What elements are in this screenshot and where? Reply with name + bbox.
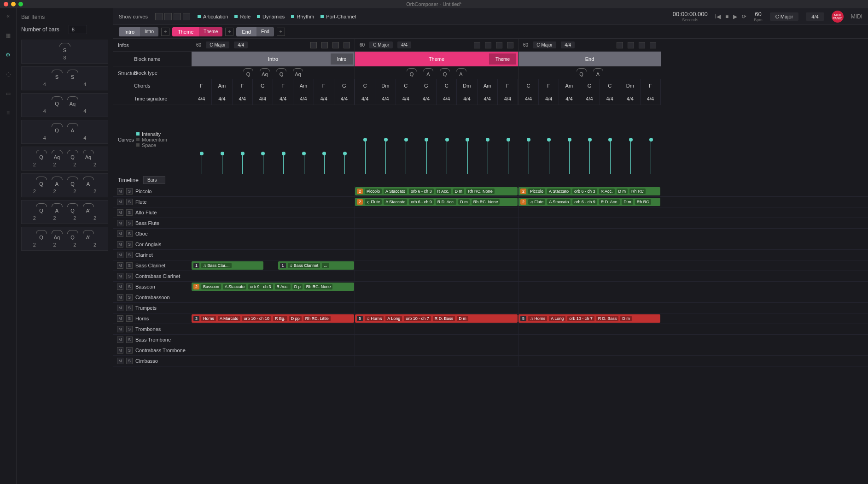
chord-cell[interactable]: C (600, 79, 620, 92)
rail-grid-icon[interactable]: ▦ (4, 31, 12, 40)
add-block-button[interactable]: + (225, 28, 233, 36)
timesig-cell[interactable]: 4/4 (518, 92, 539, 105)
timesig-cell[interactable]: 4/4 (539, 92, 559, 105)
mute-button[interactable]: M (117, 252, 123, 258)
clip[interactable]: 2PiccoloA Staccatoorb 6 - ch 3R Acc.D mR… (518, 187, 660, 195)
chord-cell[interactable]: F (539, 79, 559, 92)
rail-circle-icon[interactable]: ◌ (4, 70, 12, 78)
track-lane[interactable]: 2♫ FluteA Staccatoorb 6 - ch 9R D. Acc.D… (192, 197, 868, 207)
solo-button[interactable]: S (126, 199, 133, 205)
timesig-cell[interactable]: 4/4 (375, 92, 396, 105)
bar-template[interactable]: S8 (21, 40, 108, 64)
block-tool-icon[interactable] (474, 42, 480, 48)
chord-cell[interactable]: G (416, 79, 437, 92)
track-lane[interactable] (192, 271, 868, 281)
bar-template[interactable]: QAq44 (21, 93, 108, 117)
timesig-cell[interactable]: 4/4 (314, 92, 334, 105)
track-lane[interactable] (192, 303, 868, 313)
timeline-mode-select[interactable]: Bars (143, 176, 166, 184)
timesig-cell[interactable]: 4/4 (334, 92, 355, 105)
chord-cell[interactable]: G (579, 79, 600, 92)
block-tool-icon[interactable] (310, 42, 317, 48)
mute-button[interactable]: M (117, 305, 123, 311)
close-icon[interactable] (4, 2, 8, 6)
clip[interactable]: 1♫ Bass Clarinet... (278, 261, 355, 270)
play-icon[interactable]: ▶ (733, 13, 737, 20)
legend-role[interactable]: Role (234, 14, 250, 19)
bar-template[interactable]: QAqQAq2222 (21, 147, 108, 171)
timesig-cell[interactable]: 4/4 (498, 92, 518, 105)
chord-cell[interactable]: G (253, 79, 273, 92)
timesig-cell[interactable]: 4/4 (457, 92, 477, 105)
bar-template[interactable]: QAQA2222 (21, 173, 108, 197)
tool-icon-2[interactable] (164, 13, 172, 20)
mute-button[interactable]: M (117, 294, 123, 301)
clip[interactable]: 1♫ Bass Clar.... (192, 261, 263, 270)
clip[interactable]: 5♫ HornsA Longorb 10 - ch 7R D. BassD m (518, 314, 660, 323)
track-lane[interactable]: 3HornsA Marcatoorb 10 - ch 10R Bg.D ppRh… (192, 313, 868, 324)
timesig-cell[interactable]: 4/4 (293, 92, 314, 105)
mute-button[interactable]: M (117, 315, 123, 322)
mute-button[interactable]: M (117, 241, 123, 248)
mute-button[interactable]: M (117, 188, 123, 195)
mute-button[interactable]: M (117, 283, 123, 290)
bar-template[interactable]: SS44 (21, 66, 108, 90)
block-tool-icon[interactable] (639, 42, 645, 48)
solo-button[interactable]: S (126, 252, 133, 258)
track-lane[interactable] (192, 239, 868, 249)
rail-bars-icon[interactable]: ≡ (4, 109, 12, 117)
legend-port-channel[interactable]: Port-Channel (320, 14, 356, 19)
timesig-cell[interactable]: 4/4 (559, 92, 579, 105)
solo-button[interactable]: S (126, 283, 133, 290)
solo-button[interactable]: S (126, 230, 133, 237)
timesig-cell[interactable]: 4/4 (273, 92, 293, 105)
solo-button[interactable]: S (126, 262, 133, 269)
block-pill-theme[interactable]: ThemeTheme (172, 27, 222, 36)
numbars-input[interactable] (69, 25, 87, 34)
mute-button[interactable]: M (117, 262, 123, 269)
chord-cell[interactable]: F (498, 79, 518, 92)
mute-button[interactable]: M (117, 326, 123, 332)
block-tool-icon[interactable] (628, 42, 634, 48)
mute-button[interactable]: M (117, 358, 123, 364)
curve-intensity[interactable]: Intensity (136, 131, 192, 137)
timesig-cell[interactable]: 4/4 (212, 92, 232, 105)
mute-button[interactable]: M (117, 273, 123, 279)
key-select[interactable]: C Major (770, 12, 799, 21)
rail-collapse-icon[interactable]: « (4, 12, 12, 20)
curve-space[interactable]: Space (136, 142, 192, 148)
block-tool-icon[interactable] (321, 42, 328, 48)
timesig-cell[interactable]: 4/4 (192, 92, 212, 105)
mute-button[interactable]: M (117, 209, 123, 216)
chord-cell[interactable]: Am (293, 79, 314, 92)
chord-cell[interactable]: Dm (620, 79, 641, 92)
loop-icon[interactable]: ⟳ (742, 13, 746, 20)
chord-cell[interactable]: C (518, 79, 539, 92)
chord-cell[interactable]: F (273, 79, 293, 92)
clip[interactable]: 5♫ HornsA Longorb 10 - ch 7R D. BassD m (355, 314, 518, 323)
minimize-icon[interactable] (11, 2, 16, 6)
solo-button[interactable]: S (126, 315, 133, 322)
timeline-ruler[interactable] (192, 174, 868, 186)
chord-cell[interactable]: Dm (457, 79, 477, 92)
timesig-cell[interactable]: 4/4 (416, 92, 437, 105)
tool-icon-4[interactable] (183, 13, 190, 20)
rail-chart-icon[interactable]: ▭ (4, 89, 12, 98)
solo-button[interactable]: S (126, 209, 133, 216)
legend-dynamics[interactable]: Dynamics (257, 14, 285, 19)
mute-button[interactable]: M (117, 199, 123, 205)
timesig-cell[interactable]: 4/4 (579, 92, 600, 105)
mute-button[interactable]: M (117, 347, 123, 354)
solo-button[interactable]: S (126, 294, 133, 301)
track-lane[interactable] (192, 229, 868, 239)
chord-cell[interactable]: G (334, 79, 355, 92)
track-lane[interactable] (192, 292, 868, 302)
chord-cell[interactable]: C (437, 79, 457, 92)
chord-cell[interactable]: Dm (375, 79, 396, 92)
solo-button[interactable]: S (126, 326, 133, 332)
block-tool-icon[interactable] (650, 42, 656, 48)
solo-button[interactable]: S (126, 347, 133, 354)
track-lane[interactable] (192, 356, 868, 366)
track-lane[interactable] (192, 207, 868, 218)
chord-cell[interactable]: Am (212, 79, 232, 92)
